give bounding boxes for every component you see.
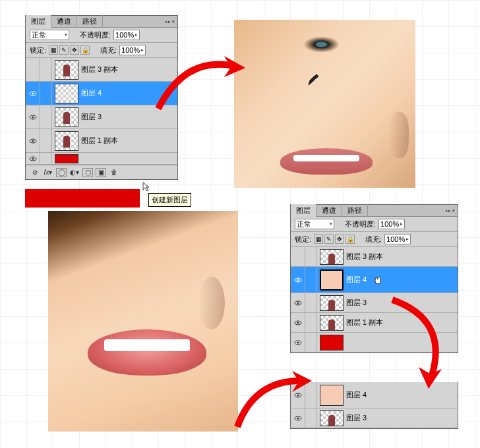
panel-menu-icon[interactable]: ▸▸▾ — [443, 208, 458, 213]
new-layer-icon[interactable]: ▣ — [96, 168, 106, 177]
layer-name[interactable]: 图层 4 — [346, 275, 367, 285]
layer-name[interactable]: 图层 4 — [346, 390, 367, 400]
visibility-toggle[interactable] — [291, 313, 305, 332]
visibility-toggle[interactable] — [291, 267, 305, 293]
svg-point-14 — [297, 322, 299, 323]
layer-name[interactable]: 图层 1 副本 — [346, 318, 383, 327]
folder-icon[interactable]: ▢ — [82, 168, 93, 177]
layer-name[interactable]: 图层 3 — [346, 298, 367, 308]
layer-thumbnail[interactable] — [320, 249, 344, 265]
layer-name[interactable]: 图层 3 — [81, 112, 102, 122]
tab-paths[interactable]: 路径 — [342, 204, 368, 217]
tooltip-new-layer: 创建新图层 — [148, 193, 191, 207]
tab-channels[interactable]: 通道 — [316, 204, 342, 217]
panel-menu-icon[interactable]: ▸▸▾ — [163, 19, 177, 24]
visibility-toggle[interactable] — [26, 82, 40, 105]
svg-point-20 — [297, 417, 299, 419]
lock-pixels-icon[interactable]: ✎ — [59, 45, 69, 55]
layer-thumbnail[interactable] — [320, 315, 344, 331]
lock-transparent-icon[interactable]: ▦ — [49, 45, 58, 55]
layer-thumbnail[interactable] — [320, 385, 344, 406]
layer-thumbnail[interactable] — [55, 154, 78, 163]
lock-pixels-icon[interactable]: ✎ — [324, 235, 334, 244]
visibility-toggle[interactable] — [26, 153, 40, 164]
layer-name[interactable]: 图层 3 — [346, 413, 367, 423]
layers-list: 图层 3 副本 图层 4 图层 3 图层 1 副本 — [26, 58, 177, 165]
panel-footer: ⊘ fx▾ ◯ ◐▾ ▢ ▣ 🗑 — [26, 165, 177, 179]
fill-input[interactable]: 100%▸ — [119, 45, 146, 55]
svg-point-16 — [297, 341, 299, 343]
layer-row[interactable]: 图层 3 — [26, 105, 177, 129]
visibility-toggle[interactable] — [26, 105, 40, 128]
tab-layers[interactable]: 图层 — [26, 15, 51, 28]
layer-name[interactable]: 图层 3 副本 — [81, 65, 118, 74]
lock-transparent-icon[interactable]: ▦ — [314, 235, 323, 244]
visibility-toggle[interactable] — [291, 333, 305, 352]
adjustment-icon[interactable]: ◐▾ — [69, 168, 80, 177]
layer-row[interactable] — [26, 153, 177, 165]
visibility-toggle[interactable] — [291, 293, 305, 312]
visibility-toggle[interactable] — [291, 247, 305, 266]
tab-layers[interactable]: 图层 — [291, 204, 316, 217]
layer-thumbnail[interactable] — [55, 84, 78, 103]
eye-icon — [294, 300, 302, 306]
layer-thumbnail[interactable] — [55, 107, 78, 127]
layer-thumbnail[interactable] — [320, 295, 344, 311]
fill-label: 填充: — [365, 235, 382, 244]
red-swatch — [25, 189, 140, 208]
visibility-toggle[interactable] — [291, 408, 305, 428]
layer-row[interactable]: 图层 1 副本 — [26, 129, 177, 153]
layer-row[interactable]: 图层 3 — [291, 408, 458, 428]
lock-position-icon[interactable]: ✥ — [335, 235, 344, 244]
layer-row[interactable]: 图层 4 — [26, 82, 177, 105]
visibility-toggle[interactable] — [26, 129, 40, 152]
fx-icon[interactable]: fx▾ — [43, 168, 53, 177]
layer-thumbnail[interactable] — [320, 269, 344, 291]
tab-paths[interactable]: 路径 — [77, 15, 103, 28]
opacity-label: 不透明度: — [345, 219, 376, 229]
blend-mode-select[interactable]: 正常▾ — [295, 219, 334, 229]
layer-name[interactable]: 图层 3 副本 — [346, 252, 383, 262]
grab-hand-cursor-icon — [373, 275, 382, 285]
eye-icon — [294, 320, 302, 326]
layer-row[interactable]: 图层 1 副本 — [291, 313, 458, 333]
visibility-toggle[interactable] — [291, 382, 305, 408]
eyedropper-cursor-icon — [307, 72, 321, 87]
layer-row[interactable]: 图层 3 副本 — [291, 247, 458, 267]
layer-row[interactable]: 图层 4 — [291, 382, 458, 408]
opacity-input[interactable]: 100%▸ — [378, 219, 405, 229]
layer-thumbnail[interactable] — [320, 410, 344, 426]
mask-icon[interactable]: ◯ — [56, 168, 67, 177]
layer-thumbnail[interactable] — [320, 335, 344, 350]
layer-row[interactable]: 图层 3 — [291, 293, 458, 313]
layer-row[interactable] — [291, 333, 458, 352]
layers-drop-target: 图层 4 图层 3 — [290, 382, 458, 429]
svg-point-12 — [297, 302, 299, 304]
svg-point-5 — [32, 140, 34, 142]
lock-position-icon[interactable]: ✥ — [70, 45, 79, 55]
lock-all-icon[interactable]: 🔒 — [345, 235, 355, 244]
panel-tabs: 图层 通道 路径 ▸▸▾ — [26, 16, 177, 28]
svg-point-10 — [297, 279, 299, 281]
lock-label: 锁定: — [30, 45, 46, 55]
blend-mode-select[interactable]: 正常▾ — [30, 30, 69, 40]
layer-row[interactable]: 图层 3 副本 — [26, 58, 177, 82]
layer-thumbnail[interactable] — [55, 131, 78, 151]
link-layers-icon[interactable]: ⊘ — [30, 168, 40, 177]
eye-icon — [294, 392, 302, 399]
fill-input[interactable]: 100%▸ — [384, 234, 411, 244]
tab-channels[interactable]: 通道 — [51, 15, 77, 28]
cursor-arrow-icon — [142, 181, 152, 192]
opacity-input[interactable]: 100%▸ — [113, 30, 140, 40]
svg-point-7 — [32, 157, 34, 159]
svg-point-3 — [32, 116, 34, 118]
visibility-toggle[interactable] — [26, 58, 40, 81]
layer-name[interactable]: 图层 4 — [81, 88, 102, 98]
eye-icon — [294, 415, 302, 422]
layer-row[interactable]: 图层 4 — [291, 267, 458, 293]
layer-name[interactable]: 图层 1 副本 — [81, 136, 118, 146]
eye-icon — [294, 339, 302, 346]
lock-all-icon[interactable]: 🔒 — [80, 45, 90, 55]
layer-thumbnail[interactable] — [55, 60, 78, 80]
trash-icon[interactable]: 🗑 — [109, 168, 119, 177]
